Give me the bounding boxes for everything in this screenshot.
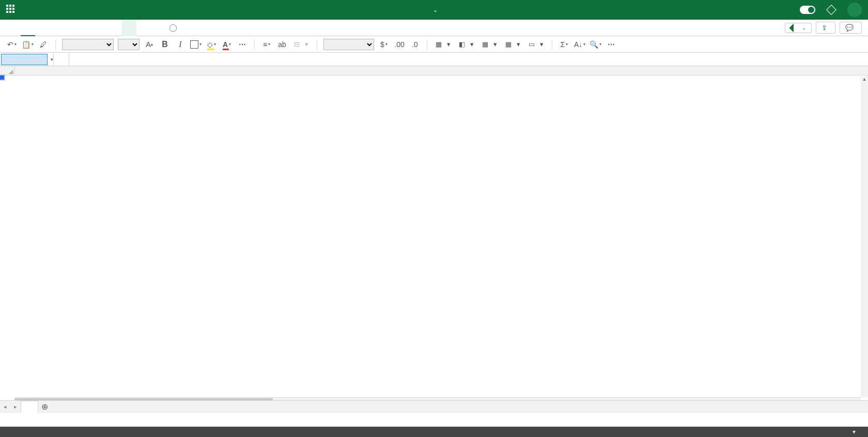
app-launcher-icon[interactable] bbox=[6, 5, 17, 15]
chevron-down-icon: ⌄ bbox=[433, 7, 438, 13]
styles-button[interactable]: ◧▾ bbox=[457, 40, 476, 48]
chevron-down-icon: ⌄ bbox=[802, 25, 806, 31]
wrap-text-button[interactable]: ab bbox=[276, 38, 288, 51]
name-box-wrap: ▾ bbox=[0, 53, 54, 66]
lightbulb-icon bbox=[169, 24, 177, 32]
format-table-icon: ▦ bbox=[505, 40, 512, 48]
bold-button[interactable]: B bbox=[159, 38, 171, 51]
name-box[interactable] bbox=[1, 54, 48, 65]
tab-home[interactable] bbox=[21, 20, 35, 36]
user-avatar[interactable] bbox=[847, 3, 862, 17]
table-button[interactable]: ▦▾ bbox=[480, 40, 499, 48]
sheet-nav-next[interactable]: ▸ bbox=[10, 403, 21, 410]
undo-button[interactable]: ↶▾ bbox=[6, 38, 18, 51]
autosum-button[interactable]: Σ▾ bbox=[559, 38, 570, 51]
italic-button[interactable]: I bbox=[175, 38, 186, 51]
more-font-button[interactable]: ⋯ bbox=[237, 38, 248, 51]
vertical-scrollbar[interactable]: ▲ bbox=[861, 77, 868, 397]
comment-icon: 💬 bbox=[845, 24, 854, 32]
share-icon: ⇪ bbox=[822, 24, 827, 32]
tell-me-search[interactable] bbox=[169, 24, 181, 32]
table-icon: ▦ bbox=[482, 40, 488, 48]
increase-decimal-button[interactable]: .00 bbox=[394, 38, 405, 51]
document-title[interactable]: ⌄ bbox=[431, 7, 438, 13]
editing-mode-button[interactable]: ⌄ bbox=[785, 23, 812, 33]
status-bar: ▾ bbox=[0, 427, 868, 437]
ribbon-toolbar: ↶▾ 📋▾ 🖊 A▴ B I ▾ ◇▾ A▾ ⋯ ≡▾ ab ⊟▾ $▾ .00… bbox=[0, 36, 868, 53]
tab-help[interactable] bbox=[107, 20, 122, 36]
tab-review[interactable] bbox=[79, 20, 93, 36]
share-button[interactable]: ⇪ bbox=[816, 22, 835, 34]
tab-insert[interactable] bbox=[35, 20, 50, 36]
format-as-table-button[interactable]: ▦▾ bbox=[503, 40, 522, 48]
tab-table-design[interactable] bbox=[122, 20, 136, 36]
merge-button[interactable]: ⊟▾ bbox=[292, 40, 311, 48]
merge-icon: ⊟ bbox=[294, 40, 300, 48]
fx-label[interactable] bbox=[54, 53, 69, 66]
add-sheet-button[interactable]: ⊕ bbox=[38, 402, 51, 412]
scroll-up-arrow[interactable]: ▲ bbox=[861, 77, 868, 84]
sheet-tab-bar: ◂ ▸ ⊕ bbox=[0, 400, 868, 413]
styles-icon: ◧ bbox=[459, 40, 465, 48]
fill-color-button[interactable]: ◇▾ bbox=[206, 38, 217, 51]
sheet-nav-prev[interactable]: ◂ bbox=[0, 403, 10, 410]
tab-formulas[interactable] bbox=[50, 20, 64, 36]
paste-button[interactable]: 📋▾ bbox=[22, 38, 34, 51]
font-color-button[interactable]: A▾ bbox=[221, 38, 233, 51]
go-premium-button[interactable] bbox=[828, 6, 838, 13]
fill-handle[interactable] bbox=[0, 76, 4, 80]
decrease-decimal-button[interactable]: .0 bbox=[409, 38, 421, 51]
font-size-select[interactable] bbox=[118, 39, 140, 50]
formula-bar: ▾ bbox=[0, 53, 868, 66]
tab-file[interactable] bbox=[6, 20, 21, 36]
select-all-corner[interactable] bbox=[0, 66, 14, 75]
borders-button[interactable]: ▾ bbox=[190, 38, 202, 51]
ribbon-tabs: ⌄ ⇪ 💬 bbox=[0, 20, 868, 36]
pencil-icon bbox=[789, 23, 798, 32]
number-format-select[interactable] bbox=[323, 39, 374, 50]
tab-data[interactable] bbox=[64, 20, 79, 36]
currency-button[interactable]: $▾ bbox=[378, 38, 390, 51]
diamond-icon bbox=[826, 5, 836, 15]
format-button[interactable]: ▭▾ bbox=[526, 40, 546, 48]
find-button[interactable]: 🔍▾ bbox=[590, 38, 601, 51]
column-headers bbox=[0, 66, 868, 76]
selection-rectangle bbox=[0, 76, 4, 80]
grid-icon: ▦ bbox=[436, 40, 442, 48]
align-button[interactable]: ≡▾ bbox=[261, 38, 272, 51]
single-line-ribbon-toggle[interactable] bbox=[800, 6, 818, 14]
more-commands-button[interactable]: ⋯ bbox=[606, 38, 617, 51]
sort-filter-button[interactable]: A↓▾ bbox=[574, 38, 585, 51]
grow-font-button[interactable]: A▴ bbox=[144, 38, 155, 51]
status-menu[interactable]: ▾ bbox=[853, 428, 856, 435]
toggle-icon bbox=[800, 6, 815, 14]
title-bar: ⌄ bbox=[0, 0, 868, 20]
format-painter-button[interactable]: 🖊 bbox=[38, 38, 49, 51]
format-icon: ▭ bbox=[529, 40, 535, 48]
comments-button[interactable]: 💬 bbox=[840, 22, 862, 34]
conditional-formatting-button[interactable]: ▦▾ bbox=[433, 40, 453, 48]
spreadsheet-grid: ▲ ◂ ▸ ⊕ bbox=[0, 66, 868, 413]
font-family-select[interactable] bbox=[62, 39, 114, 50]
tab-view[interactable] bbox=[93, 20, 107, 36]
sheet-tab-active[interactable] bbox=[21, 401, 38, 413]
formula-input[interactable] bbox=[69, 53, 868, 66]
